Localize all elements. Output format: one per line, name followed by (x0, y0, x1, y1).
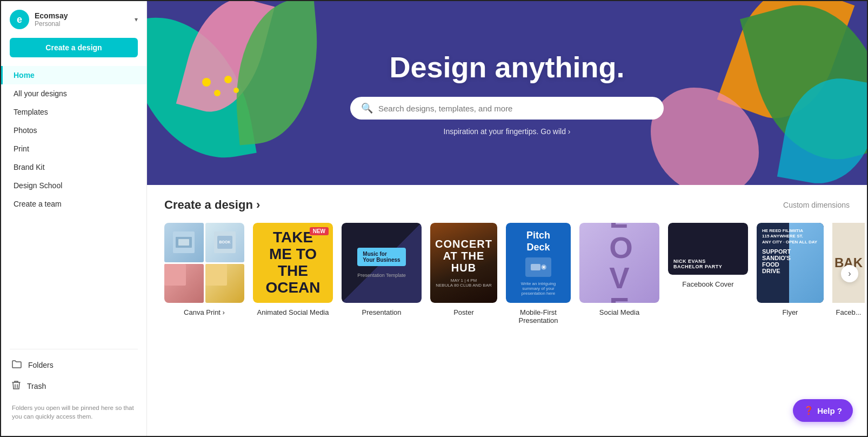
sidebar-item-all-designs[interactable]: All your designs (1, 84, 146, 103)
facebook2-thumbnail: BAK (832, 223, 865, 303)
folders-label: Folders (28, 361, 54, 369)
sidebar-item-trash[interactable]: Trash (1, 375, 146, 397)
sidebar-item-label: Photos (14, 126, 37, 135)
svg-text:BOOK: BOOK (219, 240, 230, 244)
design-card-canva-print[interactable]: BOOK Canva Print › (164, 223, 244, 316)
sidebar-item-label: Home (14, 71, 35, 80)
design-card-flyer[interactable]: HE REED FILIMIITIA115 ANYWHERE ST.ANY CI… (757, 223, 824, 316)
presentation-thumbnail: Music forYour Business Presentation Temp… (342, 223, 422, 303)
svg-point-1 (214, 90, 221, 96)
canva-print-thumbnail: BOOK (164, 223, 244, 303)
help-label: Help ? (817, 406, 842, 415)
canva-print-label: Canva Print › (184, 308, 225, 316)
scroll-right-button[interactable]: › (841, 265, 858, 282)
sidebar-item-label: Print (14, 144, 29, 153)
create-design-button[interactable]: Create a design (10, 38, 138, 57)
sidebar-item-label: Brand Kit (14, 163, 45, 171)
svg-point-0 (202, 78, 211, 87)
poster-thumbnail: CONCERTAT THEHUB MAY 1 | 4 PMNEBULA 80 C… (430, 223, 497, 303)
flyer-thumbnail: HE REED FILIMIITIA115 ANYWHERE ST.ANY CI… (757, 223, 824, 303)
sidebar-header: e Ecomsay Personal ▾ (1, 10, 146, 38)
user-name: Ecomsay (35, 11, 129, 20)
animated-text: TAKEME TOTHEOCEAN (261, 225, 324, 300)
design-card-poster[interactable]: CONCERTAT THEHUB MAY 1 | 4 PMNEBULA 80 C… (430, 223, 497, 316)
design-card-mobile-pres[interactable]: PitchDeck Write an intriguing summary of… (506, 223, 571, 325)
sidebar-item-brand-kit[interactable]: Brand Kit (1, 158, 146, 176)
sidebar-item-home[interactable]: Home (1, 66, 146, 84)
hero-content: Design anything. 🔍 Inspiration at your f… (350, 50, 664, 136)
sidebar-item-folders[interactable]: Folders (1, 355, 146, 375)
design-card-facebook-cover[interactable]: NICK EVANSBACHELOR PARTY Facebook Cover (668, 223, 748, 288)
sidebar-item-label: All your designs (14, 89, 67, 98)
sidebar-item-templates[interactable]: Templates (1, 103, 146, 121)
animated-social-label: Animated Social Media (257, 308, 329, 316)
poster-label: Poster (453, 308, 474, 316)
svg-rect-12 (531, 264, 540, 270)
sidebar-item-label: Design School (14, 181, 62, 190)
presentation-label: Presentation (362, 308, 402, 316)
sidebar-item-print[interactable]: Print (1, 140, 146, 158)
search-icon: 🔍 (361, 102, 373, 114)
trash-icon (12, 380, 21, 392)
help-icon: ❓ (804, 406, 814, 415)
mobile-pres-thumbnail: PitchDeck Write an intriguing summary of… (506, 223, 571, 303)
facebook-cover-thumbnail: NICK EVANSBACHELOR PARTY (668, 223, 748, 275)
facebook2-label: Faceb... (836, 308, 862, 316)
hero-banner: Design anything. 🔍 Inspiration at your f… (147, 1, 867, 185)
design-card-animated-social[interactable]: NEW TAKEME TOTHEOCEAN Animated Social Me… (253, 223, 333, 316)
sidebar: e Ecomsay Personal ▾ Create a design Hom… (1, 1, 147, 436)
chevron-down-icon[interactable]: ▾ (135, 16, 138, 23)
user-info: Ecomsay Personal (35, 11, 129, 28)
sidebar-item-create-team[interactable]: Create a team (1, 195, 146, 213)
section-header: Create a design › Custom dimensions (164, 198, 850, 212)
main-content: Design anything. 🔍 Inspiration at your f… (147, 1, 867, 436)
svg-rect-11 (205, 264, 227, 286)
divider (10, 349, 138, 349)
svg-rect-6 (178, 239, 189, 246)
design-card-presentation[interactable]: Music forYour Business Presentation Temp… (342, 223, 422, 316)
sidebar-item-label: Templates (14, 108, 48, 116)
sidebar-hint: Folders you open will be pinned here so … (1, 397, 146, 427)
sidebar-nav: Home All your designs Templates Photos P… (1, 66, 146, 343)
trash-label: Trash (27, 382, 46, 390)
mobile-pres-label: Mobile-First Presentation (506, 308, 571, 325)
user-plan: Personal (35, 20, 129, 28)
facebook-cover-label: Facebook Cover (682, 280, 733, 288)
custom-dimensions-link[interactable]: Custom dimensions (783, 201, 850, 209)
social-media-thumbnail: LOVE (579, 223, 659, 303)
help-button[interactable]: ❓ Help ? (793, 399, 853, 422)
design-card-social-media[interactable]: LOVE Social Media (579, 223, 659, 316)
social-media-label: Social Media (599, 308, 639, 316)
inspiration-link[interactable]: Inspiration at your fingertips. Go wild … (350, 127, 664, 136)
hero-search-bar: 🔍 (350, 97, 664, 120)
svg-rect-10 (164, 264, 186, 286)
sidebar-item-design-school[interactable]: Design School (1, 176, 146, 195)
folder-icon (12, 360, 22, 370)
search-input[interactable] (378, 104, 653, 113)
animated-social-thumbnail: NEW TAKEME TOTHEOCEAN (253, 223, 333, 303)
design-cards-row: BOOK Canva Print › NEW (164, 223, 850, 325)
sidebar-item-label: Create a team (14, 200, 62, 208)
hero-title: Design anything. (350, 50, 664, 84)
create-design-section: Create a design › Custom dimensions BOOK (147, 185, 867, 337)
sidebar-item-photos[interactable]: Photos (1, 121, 146, 140)
section-title[interactable]: Create a design › (164, 198, 260, 212)
brand-logo: e (10, 10, 29, 29)
new-badge: NEW (310, 227, 329, 235)
svg-point-2 (224, 76, 232, 83)
flyer-label: Flyer (783, 308, 798, 316)
svg-point-3 (233, 88, 239, 93)
logo-letter: e (17, 14, 22, 25)
